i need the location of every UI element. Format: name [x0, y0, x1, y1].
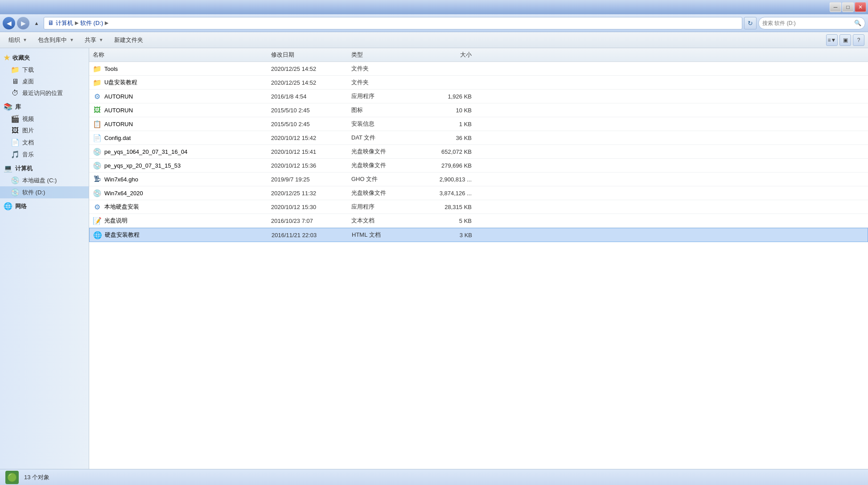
sidebar-section-library: 📚 库 🎬 视频 🖼 图片 📄 文档 🎵 音乐	[0, 101, 89, 160]
table-row[interactable]: 💿 pe_yqs_xp_20_07_31_15_53 2020/10/12 15…	[89, 159, 868, 173]
up-button[interactable]: ▲	[31, 18, 42, 29]
music-icon: 🎵	[11, 150, 20, 159]
file-type-icon: 💿	[93, 189, 102, 197]
file-name-text: AUTORUN	[104, 93, 133, 100]
desktop-icon: 🖥	[11, 78, 20, 86]
file-list-header: 名称 修改日期 类型 大小	[89, 48, 868, 62]
sidebar-item-documents[interactable]: 📄 文档	[0, 136, 89, 148]
sidebar-item-download[interactable]: 📁 下载	[0, 64, 89, 76]
file-type-icon: ⚙	[93, 202, 102, 211]
minimize-button[interactable]: ─	[830, 2, 841, 12]
title-bar: ─ □ ✕	[0, 0, 868, 14]
file-type-cell: HTML 文档	[352, 231, 419, 239]
back-button[interactable]: ◀	[3, 17, 15, 29]
sidebar-network-header[interactable]: 🌐 网络	[0, 200, 89, 212]
drive-c-icon: 💿	[11, 176, 20, 185]
window-controls: ─ □ ✕	[830, 2, 866, 12]
help-button[interactable]: ?	[853, 34, 864, 46]
view-options-button[interactable]: ≡▼	[826, 34, 838, 46]
breadcrumb-computer[interactable]: 🖥计算机	[48, 19, 73, 27]
new-folder-button[interactable]: 新建文件夹	[109, 34, 148, 46]
table-row[interactable]: 🌐 硬盘安装教程 2016/11/21 22:03 HTML 文档 3 KB	[89, 228, 868, 242]
organize-dropdown-arrow: ▼	[23, 37, 27, 42]
sidebar-item-music[interactable]: 🎵 音乐	[0, 148, 89, 160]
table-row[interactable]: 🖼 AUTORUN 2015/5/10 2:45 图标 10 KB	[89, 103, 868, 117]
main-layout: ★ 收藏夹 📁 下载 🖥 桌面 ⏱ 最近访问的位置 📚 库 �	[0, 48, 868, 469]
share-button[interactable]: 共享 ▼	[80, 34, 108, 46]
file-date-cell: 2020/10/12 15:30	[271, 204, 351, 210]
file-type-cell: 光盘映像文件	[351, 161, 418, 169]
sidebar-section-favorites: ★ 收藏夹 📁 下载 🖥 桌面 ⏱ 最近访问的位置	[0, 52, 89, 99]
file-type-cell: GHO 文件	[351, 175, 418, 183]
file-type-cell: 光盘映像文件	[351, 189, 418, 197]
table-row[interactable]: 💿 Win7x64_2020 2020/12/25 11:32 光盘映像文件 3…	[89, 186, 868, 200]
file-size-cell: 3 KB	[419, 232, 472, 238]
status-bar: 🟢 13 个对象	[0, 469, 868, 485]
breadcrumb-drive-d[interactable]: 软件 (D:)	[80, 19, 103, 27]
file-type-icon: 🌐	[93, 230, 102, 239]
sidebar-item-desktop[interactable]: 🖥 桌面	[0, 76, 89, 87]
sidebar-item-drive-d[interactable]: 💿 软件 (D:)	[0, 186, 89, 198]
table-row[interactable]: 📄 Config.dat 2020/10/12 15:42 DAT 文件 36 …	[89, 131, 868, 145]
sidebar-item-drive-c[interactable]: 💿 本地磁盘 (C:)	[0, 174, 89, 186]
column-date[interactable]: 修改日期	[271, 51, 351, 59]
file-type-cell: 图标	[351, 106, 418, 114]
file-size-cell: 28,315 KB	[418, 204, 472, 210]
table-row[interactable]: 📋 AUTORUN 2015/5/10 2:45 安装信息 1 KB	[89, 117, 868, 131]
sidebar-computer-header[interactable]: 💻 计算机	[0, 162, 89, 174]
organize-button[interactable]: 组织 ▼	[4, 34, 32, 46]
forward-button[interactable]: ▶	[17, 17, 29, 29]
table-row[interactable]: 📁 Tools 2020/12/25 14:52 文件夹	[89, 62, 868, 76]
file-type-cell: DAT 文件	[351, 134, 418, 142]
table-row[interactable]: ⚙ 本地硬盘安装 2020/10/12 15:30 应用程序 28,315 KB	[89, 200, 868, 214]
search-bar: 🔍	[758, 17, 865, 29]
status-app-icon: 🟢	[5, 471, 19, 484]
file-type-cell: 安装信息	[351, 120, 418, 128]
column-type[interactable]: 类型	[351, 51, 418, 59]
sidebar-item-video[interactable]: 🎬 视频	[0, 113, 89, 125]
sidebar-library-header[interactable]: 📚 库	[0, 101, 89, 113]
file-name-cell: 💿 Win7x64_2020	[93, 189, 271, 197]
file-type-icon: 💿	[93, 161, 102, 170]
file-size-cell: 3,874,126 ...	[418, 190, 472, 197]
column-name[interactable]: 名称	[93, 51, 271, 59]
search-icon[interactable]: 🔍	[854, 20, 861, 26]
refresh-button[interactable]: ↻	[744, 17, 757, 29]
file-name-text: 本地硬盘安装	[104, 203, 139, 211]
table-row[interactable]: 📝 光盘说明 2016/10/23 7:07 文本文档 5 KB	[89, 214, 868, 228]
file-area: 名称 修改日期 类型 大小 📁 Tools 2020/12/25 14:52 文…	[89, 48, 868, 469]
file-date-cell: 2019/9/7 19:25	[271, 176, 351, 183]
file-size-cell: 5 KB	[418, 218, 472, 224]
navigation-bar: ◀ ▶ ▲ 🖥计算机 ▶ 软件 (D:) ▶ ↻ 🔍	[0, 14, 868, 32]
toolbar: 组织 ▼ 包含到库中 ▼ 共享 ▼ 新建文件夹 ≡▼ ▣ ?	[0, 32, 868, 48]
maximize-button[interactable]: □	[842, 2, 854, 12]
sidebar-favorites-header[interactable]: ★ 收藏夹	[0, 52, 89, 64]
network-icon: 🌐	[4, 202, 12, 210]
file-date-cell: 2020/12/25 11:32	[271, 190, 351, 197]
table-row[interactable]: ⚙ AUTORUN 2016/1/8 4:54 应用程序 1,926 KB	[89, 90, 868, 103]
close-button[interactable]: ✕	[855, 2, 866, 12]
include-library-button[interactable]: 包含到库中 ▼	[33, 34, 79, 46]
file-name-text: 硬盘安装教程	[105, 231, 140, 239]
table-row[interactable]: 💿 pe_yqs_1064_20_07_31_16_04 2020/10/12 …	[89, 145, 868, 159]
file-name-text: Config.dat	[104, 135, 131, 141]
file-type-icon: 📁	[93, 64, 102, 73]
file-name-text: Win7x64.gho	[104, 176, 138, 183]
column-size[interactable]: 大小	[418, 51, 472, 59]
search-input[interactable]	[762, 20, 852, 26]
file-size-cell: 1,926 KB	[418, 93, 472, 100]
file-type-cell: 文件夹	[351, 65, 418, 73]
drive-d-icon: 💿	[11, 188, 20, 197]
documents-icon: 📄	[11, 138, 20, 147]
file-size-cell: 279,696 KB	[418, 162, 472, 169]
sidebar-item-pictures[interactable]: 🖼 图片	[0, 125, 89, 136]
file-name-text: U盘安装教程	[104, 78, 137, 86]
favorites-icon: ★	[4, 53, 10, 62]
file-date-cell: 2020/12/25 14:52	[271, 79, 351, 86]
share-dropdown-arrow: ▼	[99, 37, 103, 42]
sidebar-item-recent[interactable]: ⏱ 最近访问的位置	[0, 87, 89, 99]
preview-pane-button[interactable]: ▣	[839, 34, 851, 46]
table-row[interactable]: 🗜 Win7x64.gho 2019/9/7 19:25 GHO 文件 2,90…	[89, 173, 868, 186]
table-row[interactable]: 📁 U盘安装教程 2020/12/25 14:52 文件夹	[89, 76, 868, 90]
file-type-cell: 光盘映像文件	[351, 148, 418, 156]
